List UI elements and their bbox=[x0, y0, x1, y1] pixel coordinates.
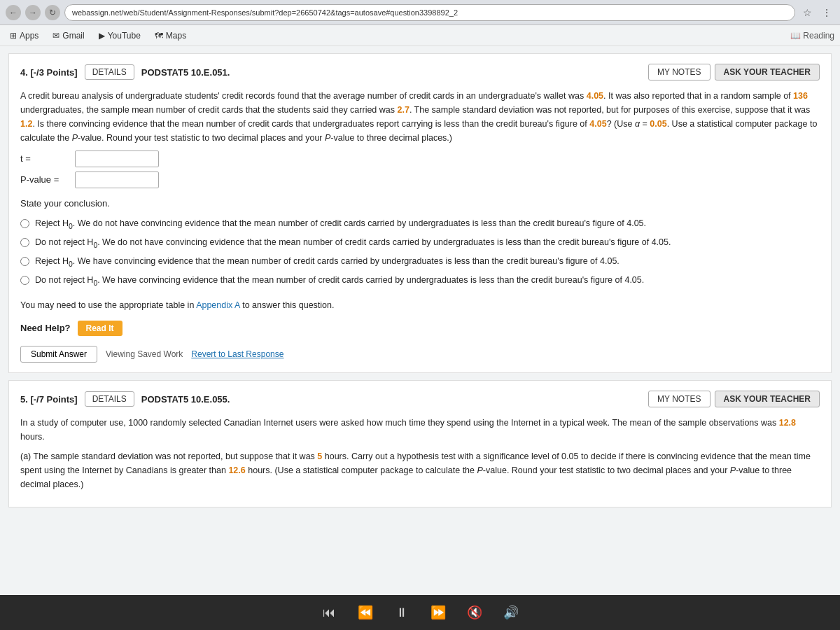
q4-header-buttons: MY NOTES ASK YOUR TEACHER bbox=[648, 64, 820, 80]
radio-3[interactable] bbox=[20, 257, 29, 266]
q5-details-button[interactable]: DETAILS bbox=[85, 391, 134, 407]
menu-button[interactable]: ⋮ bbox=[819, 5, 834, 20]
apps-icon: ⊞ bbox=[10, 31, 17, 41]
q4-podstat-label: PODSTAT5 10.E.051. bbox=[141, 67, 230, 78]
address-bar[interactable] bbox=[64, 4, 795, 21]
q5-ask-teacher-button[interactable]: ASK YOUR TEACHER bbox=[715, 391, 820, 407]
maps-icon: 🗺 bbox=[155, 31, 163, 41]
bookmark-gmail-label: Gmail bbox=[62, 31, 84, 41]
t-label: t = bbox=[20, 152, 69, 167]
reload-button[interactable]: ↻ bbox=[45, 5, 60, 20]
pvalue-input[interactable] bbox=[75, 172, 159, 188]
q4-details-button[interactable]: DETAILS bbox=[85, 64, 134, 80]
conclusion-section: State your conclusion. Reject H0. We do … bbox=[20, 197, 820, 288]
q5-points: 5. [-/7 Points] bbox=[20, 394, 78, 405]
star-button[interactable]: ☆ bbox=[799, 5, 815, 20]
conclusion-title: State your conclusion. bbox=[20, 197, 820, 211]
radio-option-4: Do not reject H0. We have convincing evi… bbox=[20, 274, 820, 288]
q5-podstat-label: PODSTAT5 10.E.055. bbox=[141, 394, 230, 405]
saving-status: Viewing Saved Work bbox=[106, 348, 183, 361]
radio-option-2: Do not reject H0. We do not have convinc… bbox=[20, 236, 820, 251]
submit-answer-button[interactable]: Submit Answer bbox=[20, 346, 97, 363]
radio-3-label: Reject H0. We have convincing evidence t… bbox=[35, 255, 620, 270]
radio-1[interactable] bbox=[20, 219, 29, 228]
bookmark-gmail[interactable]: ✉ Gmail bbox=[48, 29, 88, 42]
browser-chrome: ← → ↻ ☆ ⋮ bbox=[0, 0, 840, 25]
t-input[interactable] bbox=[75, 150, 159, 167]
q5-my-notes-button[interactable]: MY NOTES bbox=[648, 391, 710, 407]
gmail-icon: ✉ bbox=[52, 31, 59, 41]
appendix-note: You may need to use the appropriate tabl… bbox=[20, 298, 820, 312]
bookmark-youtube-label: YouTube bbox=[108, 31, 141, 41]
forward-button[interactable]: → bbox=[25, 5, 41, 20]
bookmark-apps[interactable]: ⊞ Apps bbox=[6, 29, 43, 42]
q4-points: 4. [-/3 Points] bbox=[20, 67, 78, 78]
q4-body-text: A credit bureau analysis of undergraduat… bbox=[20, 89, 820, 145]
t-input-row: t = bbox=[20, 150, 820, 167]
radio-option-3: Reject H0. We have convincing evidence t… bbox=[20, 255, 820, 270]
revert-link[interactable]: Revert to Last Response bbox=[191, 348, 284, 361]
radio-4[interactable] bbox=[20, 276, 29, 285]
radio-option-1: Reject H0. We do not have convincing evi… bbox=[20, 217, 820, 232]
need-help-label: Need Help? bbox=[20, 321, 71, 336]
q5-header-buttons: MY NOTES ASK YOUR TEACHER bbox=[648, 391, 820, 407]
q5-intro: In a study of computer use, 1000 randoml… bbox=[20, 416, 820, 444]
q4-ask-teacher-button[interactable]: ASK YOUR TEACHER bbox=[715, 64, 820, 80]
question-5-header: 5. [-/7 Points] DETAILS PODSTAT5 10.E.05… bbox=[20, 391, 820, 407]
q4-body: A credit bureau analysis of undergraduat… bbox=[20, 89, 820, 363]
back-button[interactable]: ← bbox=[6, 5, 21, 20]
bookmark-apps-label: Apps bbox=[20, 31, 38, 41]
q5-part-a: (a) The sample standard deviation was no… bbox=[20, 449, 820, 491]
bookmarks-bar: ⊞ Apps ✉ Gmail ▶ YouTube 🗺 Maps 📖 Readin… bbox=[0, 25, 840, 46]
radio-2[interactable] bbox=[20, 238, 29, 247]
radio-1-label: Reject H0. We do not have convincing evi… bbox=[35, 217, 646, 232]
question-4-block: 4. [-/3 Points] DETAILS PODSTAT5 10.E.05… bbox=[8, 53, 832, 373]
reading-list[interactable]: 📖 Reading bbox=[790, 31, 834, 41]
bookmark-youtube[interactable]: ▶ YouTube bbox=[94, 29, 145, 42]
read-it-button[interactable]: Read It bbox=[78, 321, 122, 336]
appendix-a-link[interactable]: Appendix A bbox=[196, 300, 240, 310]
bookmark-maps-label: Maps bbox=[166, 31, 186, 41]
q4-my-notes-button[interactable]: MY NOTES bbox=[648, 64, 710, 80]
submit-section: Submit Answer Viewing Saved Work Revert … bbox=[20, 346, 820, 363]
q5-body: In a study of computer use, 1000 randoml… bbox=[20, 416, 820, 491]
radio-4-label: Do not reject H0. We have convincing evi… bbox=[35, 274, 644, 288]
question-4-header: 4. [-/3 Points] DETAILS PODSTAT5 10.E.05… bbox=[20, 64, 820, 80]
youtube-icon: ▶ bbox=[99, 31, 105, 41]
question-5-block: 5. [-/7 Points] DETAILS PODSTAT5 10.E.05… bbox=[8, 380, 832, 507]
radio-2-label: Do not reject H0. We do not have convinc… bbox=[35, 236, 671, 251]
pvalue-input-row: P-value = bbox=[20, 172, 820, 188]
pvalue-label: P-value = bbox=[20, 173, 69, 188]
need-help-row: Need Help? Read It bbox=[20, 321, 820, 336]
bookmark-maps[interactable]: 🗺 Maps bbox=[150, 29, 190, 42]
